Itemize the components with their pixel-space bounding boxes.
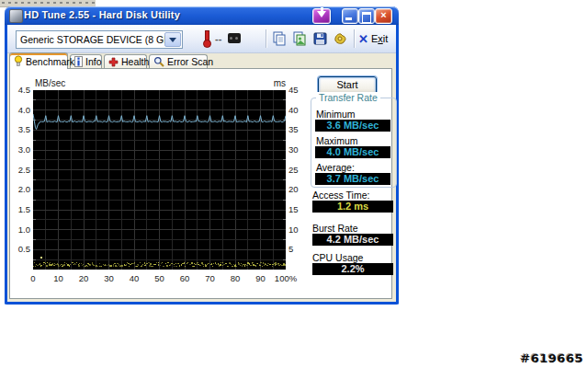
maximize-button[interactable] (358, 8, 375, 24)
tab-label: Error Scan (167, 56, 213, 67)
dropdown-arrow-button[interactable] (164, 32, 181, 47)
exit-button[interactable]: ✕Exit (358, 32, 388, 47)
down-arrow-icon (317, 11, 326, 17)
y-right-tick-label: 40 (288, 105, 307, 115)
lightbulb-icon (14, 55, 23, 67)
copy-text-button[interactable] (272, 31, 288, 46)
tab-label: Info (85, 56, 102, 67)
capture-download-button[interactable] (312, 8, 331, 24)
y-left-tick-label: 2.0 (11, 184, 30, 194)
minimize-button[interactable] (342, 8, 358, 24)
tab-content-benchmark: MB/sec ms 4.54.03.53.02.52.01.51.00.5454… (9, 68, 392, 299)
toolbar: Generic STORAGE DEVICE (8 GB) -- (7, 25, 396, 53)
x-tick-label: 100% (271, 273, 300, 283)
burst-rate-value: 4.2 MB/sec (312, 234, 393, 246)
y-left-tick-label: 0.5 (11, 244, 30, 254)
close-icon: × (380, 9, 386, 20)
toolbar-separator (354, 29, 356, 48)
info-icon (74, 56, 83, 67)
watermark-id: #619665 (520, 351, 583, 365)
save-screenshot-button[interactable] (312, 31, 328, 46)
y-right-tick-label: 20 (288, 184, 307, 194)
average-label: Average: (316, 162, 355, 173)
y-left-tick-label: 3.0 (11, 144, 30, 155)
y-left-tick-label: 3.5 (11, 124, 30, 134)
y-left-tick-label: 2.5 (11, 165, 30, 175)
y-right-tick-label: 35 (288, 124, 307, 134)
drive-status-icon (228, 33, 241, 43)
copy-image-icon (292, 31, 308, 46)
save-icon (312, 31, 328, 46)
copy-screenshot-button[interactable] (292, 31, 308, 46)
device-select[interactable]: Generic STORAGE DEVICE (8 GB) (16, 30, 183, 49)
page-background: { "window": { "title": "HD Tune 2.55 - H… (0, 0, 588, 368)
y-left-tick-label: 4.5 (11, 85, 30, 95)
tab-label: Benchmark (26, 56, 74, 67)
y-left-tick-label: 4.0 (11, 105, 30, 115)
magnifier-icon (153, 56, 164, 67)
y-left-tick-label: 1.5 (11, 204, 30, 214)
y-right-tick-label: 25 (288, 165, 307, 175)
health-cross-icon (108, 57, 119, 67)
y-right-tick-label: 5 (288, 244, 307, 254)
groupbox-title: Transfer Rate (316, 92, 380, 103)
maximum-label: Maximum (316, 135, 358, 146)
y-right-tick-label: 15 (288, 204, 307, 214)
y-left-axis-label: MB/sec (35, 78, 65, 88)
close-button[interactable]: × (375, 8, 392, 24)
maximum-value: 4.0 MB/sec (315, 146, 390, 158)
app-window: HD Tune 2.55 - Hard Disk Utility × Gener… (5, 6, 399, 305)
exit-x-icon: ✕ (358, 32, 368, 46)
temperature-value: -- (215, 33, 221, 44)
tab-label: Health (121, 56, 149, 67)
maximize-icon (362, 12, 371, 23)
tab-error-scan[interactable]: Error Scan (149, 54, 208, 68)
benchmark-chart-plot (33, 90, 286, 270)
titlebar[interactable]: HD Tune 2.55 - Hard Disk Utility × (5, 6, 399, 25)
minimum-value: 3.6 MB/sec (315, 120, 390, 132)
device-select-value: Generic STORAGE DEVICE (8 GB) (20, 34, 174, 45)
copy-text-icon (272, 31, 288, 46)
tab-bar: Benchmark Info Health Error Scan (7, 52, 396, 68)
toolbar-separator (266, 29, 267, 48)
burst-rate-label: Burst Rate (312, 223, 358, 234)
minimize-icon (345, 17, 352, 20)
y-right-tick-label: 10 (288, 224, 307, 235)
y-right-axis-label: ms (267, 78, 286, 88)
window-title: HD Tune 2.55 - Hard Disk Utility (24, 9, 180, 20)
transfer-rate-groupbox: Transfer Rate Minimum 3.6 MB/sec Maximum… (311, 98, 397, 188)
tab-health[interactable]: Health (104, 54, 147, 68)
minimum-label: Minimum (316, 109, 356, 120)
y-right-tick-label: 30 (288, 144, 307, 155)
exit-label: Exit (371, 33, 388, 44)
cpu-usage-label: CPU Usage (312, 252, 363, 263)
options-icon (333, 31, 348, 46)
y-right-tick-label: 45 (288, 85, 307, 95)
thermometer-icon (202, 30, 210, 46)
cpu-usage-value: 2.2% (312, 263, 393, 275)
access-time-label: Access Time: (312, 190, 369, 201)
y-left-tick-label: 1.0 (11, 224, 30, 235)
options-button[interactable] (333, 31, 348, 46)
tab-benchmark[interactable]: Benchmark (9, 52, 68, 69)
average-value: 3.7 MB/sec (315, 173, 390, 185)
tab-info[interactable]: Info (70, 54, 102, 68)
chevron-down-icon (169, 38, 176, 42)
app-icon (9, 9, 23, 23)
access-time-value: 1.2 ms (312, 201, 393, 213)
